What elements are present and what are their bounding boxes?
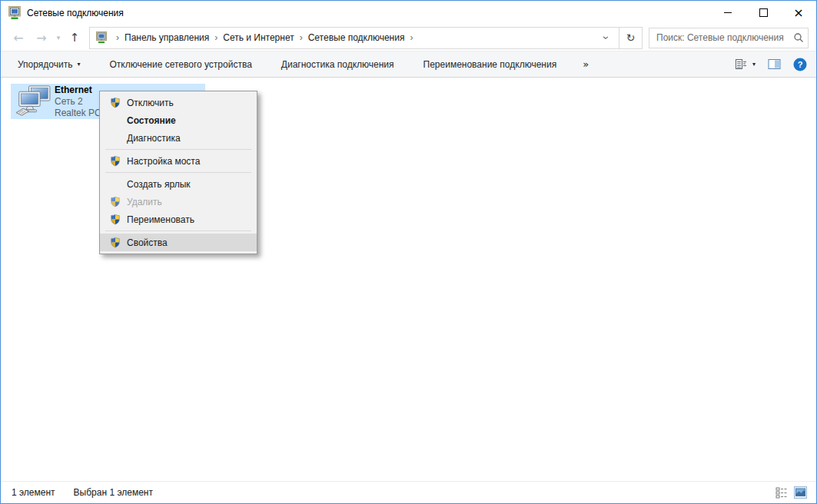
- network-connections-window: Сетевые подключения × ← → ▾ ↑ › Панель у…: [0, 0, 817, 504]
- breadcrumb-separator-icon: ›: [404, 32, 418, 43]
- menu-item-label: Диагностика: [127, 133, 181, 144]
- menu-separator: [105, 172, 251, 173]
- navigation-bar: ← → ▾ ↑ › Панель управления › Сеть и Инт…: [1, 25, 816, 51]
- menu-item-label: Создать ярлык: [127, 179, 191, 190]
- ethernet-adapter-icon: [15, 85, 51, 118]
- connections-list-area[interactable]: Ethernet Сеть 2 Realtek PC Отключить: [1, 78, 816, 481]
- list-view-icon: [735, 58, 747, 71]
- menu-item-label: Удалить: [127, 197, 162, 207]
- thumbnails-view-button[interactable]: [794, 486, 807, 499]
- organize-button[interactable]: Упорядочить ▾: [18, 59, 80, 70]
- menu-item-diagnose[interactable]: Диагностика: [100, 129, 257, 147]
- more-icon: »: [583, 58, 589, 70]
- forward-icon: →: [36, 31, 46, 45]
- connection-device: Realtek PC: [55, 108, 101, 119]
- preview-pane-button[interactable]: [768, 58, 781, 70]
- uac-shield-icon: [109, 196, 121, 208]
- thumbnails-view-icon: [794, 486, 807, 499]
- details-view-button[interactable]: [775, 486, 788, 499]
- preview-pane-icon: [768, 58, 781, 70]
- context-menu: Отключить Состояние Диагностика: [99, 91, 257, 254]
- connection-network: Сеть 2: [55, 96, 101, 108]
- breadcrumb-separator-icon: ›: [209, 32, 223, 43]
- search-input[interactable]: [655, 32, 793, 44]
- close-button[interactable]: ×: [781, 1, 816, 25]
- maximize-icon: [759, 8, 768, 17]
- menu-item-label: Свойства: [127, 237, 168, 248]
- statusbar-view-buttons: [769, 486, 807, 499]
- command-toolbar: Упорядочить ▾ Отключение сетевого устрой…: [1, 51, 816, 78]
- titlebar: Сетевые подключения ×: [1, 1, 816, 25]
- chevron-down-icon: ›: [600, 36, 613, 40]
- diagnose-connection-label: Диагностика подключения: [281, 59, 394, 70]
- refresh-button[interactable]: ↻: [619, 28, 642, 48]
- disable-device-label: Отключение сетевого устройства: [109, 59, 251, 70]
- up-button[interactable]: ↑: [64, 26, 85, 49]
- menu-item-create-shortcut[interactable]: Создать ярлык: [100, 175, 257, 193]
- selection-count: Выбран 1 элемент: [74, 487, 153, 498]
- rename-connection-label: Переименование подключения: [423, 59, 557, 70]
- search-icon[interactable]: [793, 32, 804, 43]
- diagnose-connection-button[interactable]: Диагностика подключения: [281, 59, 394, 70]
- breadcrumb-separator-icon: ›: [294, 32, 308, 43]
- chevron-down-icon: ▾: [752, 61, 756, 68]
- items-count: 1 элемент: [12, 487, 55, 498]
- change-view-button[interactable]: ▾: [735, 58, 756, 71]
- help-button[interactable]: ?: [793, 58, 807, 71]
- network-connections-icon: [8, 6, 22, 20]
- breadcrumb-item-network-internet[interactable]: Сеть и Интернет: [223, 32, 294, 43]
- menu-item-bridge-connections[interactable]: Настройка моста: [100, 152, 257, 170]
- refresh-icon: ↻: [626, 32, 636, 44]
- back-button[interactable]: ←: [7, 26, 30, 49]
- forward-button[interactable]: →: [30, 26, 53, 49]
- back-icon: ←: [13, 31, 23, 45]
- address-dropdown-button[interactable]: ›: [597, 32, 616, 44]
- status-bar: 1 элемент Выбран 1 элемент: [1, 481, 816, 503]
- menu-item-properties[interactable]: Свойства: [100, 234, 257, 251]
- menu-icon-placeholder: [109, 132, 121, 144]
- details-view-icon: [775, 486, 788, 499]
- connection-details: Ethernet Сеть 2 Realtek PC: [55, 85, 101, 119]
- maximize-button[interactable]: [746, 1, 781, 25]
- menu-item-label: Отключить: [127, 98, 174, 108]
- uac-shield-icon: [109, 214, 121, 226]
- menu-item-delete: Удалить: [100, 193, 257, 211]
- organize-label: Упорядочить: [18, 59, 72, 70]
- window-title: Сетевые подключения: [27, 8, 124, 18]
- menu-item-label: Переименовать: [127, 214, 194, 225]
- help-icon: ?: [793, 58, 807, 71]
- breadcrumb: › Панель управления › Сеть и Интернет › …: [90, 28, 619, 48]
- toolbar-right: ▾ ?: [735, 58, 807, 71]
- rename-connection-button[interactable]: Переименование подключения: [423, 59, 557, 70]
- chevron-down-icon: ▾: [77, 61, 80, 68]
- minimize-button[interactable]: [710, 1, 746, 25]
- up-icon: ↑: [70, 31, 80, 45]
- menu-icon-placeholder: [109, 178, 121, 191]
- svg-text:?: ?: [798, 60, 803, 69]
- menu-item-label: Настройка моста: [127, 156, 200, 167]
- network-connections-icon: [95, 32, 108, 44]
- window-controls: ×: [710, 1, 816, 25]
- menu-item-rename[interactable]: Переименовать: [100, 211, 257, 228]
- minimize-icon: [724, 12, 732, 13]
- close-icon: ×: [793, 7, 803, 19]
- breadcrumb-item-control-panel[interactable]: Панель управления: [125, 32, 209, 43]
- uac-shield-icon: [109, 97, 121, 109]
- breadcrumb-separator-icon: ›: [111, 32, 125, 43]
- uac-shield-icon: [109, 237, 121, 249]
- menu-separator: [105, 230, 251, 231]
- address-bar: › Панель управления › Сеть и Интернет › …: [89, 27, 643, 49]
- menu-separator: [105, 149, 251, 150]
- connection-name: Ethernet: [55, 85, 101, 96]
- menu-item-label: Состояние: [127, 115, 176, 126]
- breadcrumb-item-network-connections[interactable]: Сетевые подключения: [308, 32, 405, 43]
- menu-item-disable[interactable]: Отключить: [100, 94, 257, 111]
- chevron-down-icon: ▾: [57, 34, 61, 41]
- uac-shield-icon: [109, 155, 121, 167]
- search-box: [649, 28, 809, 48]
- recent-locations-button[interactable]: ▾: [53, 26, 64, 49]
- more-commands-button[interactable]: »: [583, 58, 589, 70]
- menu-item-status[interactable]: Состояние: [100, 111, 257, 129]
- menu-icon-placeholder: [109, 114, 121, 127]
- disable-device-button[interactable]: Отключение сетевого устройства: [109, 59, 251, 70]
